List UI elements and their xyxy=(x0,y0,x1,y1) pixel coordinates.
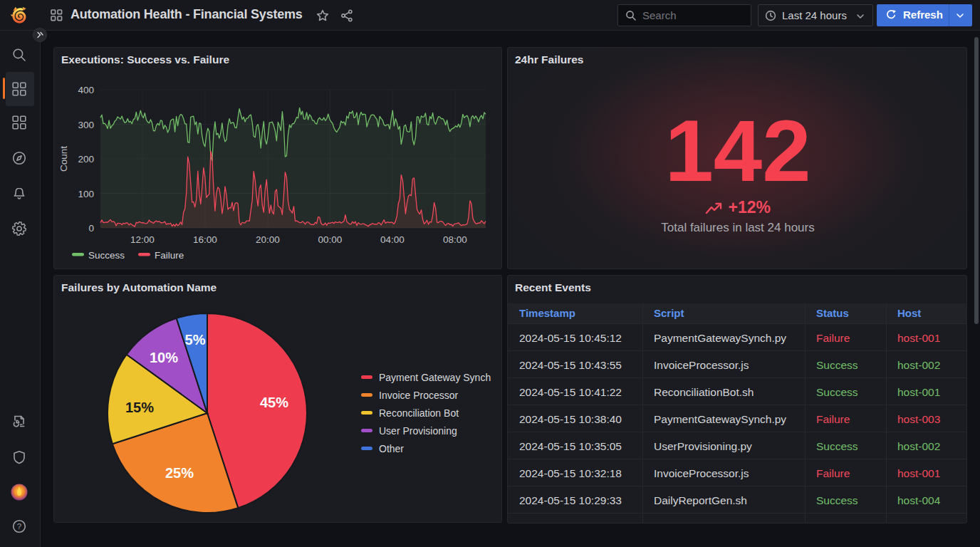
svg-text:45%: 45% xyxy=(260,395,288,410)
svg-text:16:00: 16:00 xyxy=(193,234,217,245)
svg-text:Count: Count xyxy=(58,146,69,172)
svg-text:Reconciliation Bot: Reconciliation Bot xyxy=(379,407,459,419)
svg-text:15%: 15% xyxy=(125,400,154,415)
svg-text:0: 0 xyxy=(88,223,94,234)
svg-text:Invoice Processor: Invoice Processor xyxy=(379,390,459,401)
svg-text:400: 400 xyxy=(78,85,94,95)
svg-text:00:00: 00:00 xyxy=(318,234,343,245)
svg-text:300: 300 xyxy=(78,120,94,130)
svg-text:Other: Other xyxy=(379,443,404,454)
svg-text:25%: 25% xyxy=(165,465,194,481)
svg-text:?: ? xyxy=(17,522,21,531)
svg-text:5%: 5% xyxy=(185,332,206,348)
svg-text:20:00: 20:00 xyxy=(256,234,280,245)
svg-text:08:00: 08:00 xyxy=(443,234,467,245)
svg-text:Success: Success xyxy=(88,250,125,261)
svg-text:12:00: 12:00 xyxy=(130,234,155,245)
svg-text:100: 100 xyxy=(78,189,94,199)
svg-text:200: 200 xyxy=(78,154,94,165)
svg-text:User Provisioning: User Provisioning xyxy=(379,425,457,437)
svg-text:Payment Gateway Synch: Payment Gateway Synch xyxy=(379,372,491,383)
svg-text:10%: 10% xyxy=(150,350,178,365)
svg-text:Failure: Failure xyxy=(155,250,184,261)
svg-text:04:00: 04:00 xyxy=(380,234,405,245)
